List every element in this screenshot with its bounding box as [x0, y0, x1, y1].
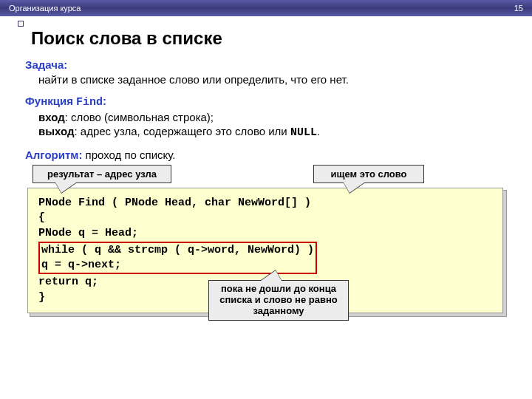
slide-content: Поиск слова в списке Задача: найти в спи… — [0, 16, 532, 317]
algo-label: Алгоритм: — [25, 149, 82, 161]
func-colon: : — [103, 95, 106, 107]
code-line: while ( q && strcmp ( q->word, NewWord) … — [41, 244, 314, 256]
function-block: Функция Find: вход: слово (символьная ст… — [25, 94, 507, 140]
input-text: : слово (символьная строка); — [65, 111, 214, 123]
header-bar: Организация курса 15 — [0, 0, 532, 16]
task-block: Задача: найти в списке заданное слово ил… — [25, 58, 507, 86]
input-label: вход — [38, 111, 65, 123]
task-text: найти в списке заданное слово или опреде… — [25, 72, 507, 87]
page-title: Поиск слова в списке — [31, 28, 507, 49]
highlight-box: while ( q && strcmp ( q->word, NewWord) … — [38, 242, 317, 275]
code-line: PNode q = Head; — [38, 226, 492, 241]
func-label: Функция — [25, 95, 76, 107]
code-line: q = q->next; — [41, 259, 121, 271]
breadcrumb: Организация курса — [9, 4, 81, 13]
output-text: : адрес узла, содержащего это слово или — [75, 125, 290, 137]
slide-bullet-icon — [18, 21, 24, 27]
algo-text: проход по списку. — [82, 149, 175, 161]
algo-block: Алгоритм: проход по списку. — [25, 148, 507, 163]
output-label: выход — [38, 125, 75, 137]
code-line: PNode Find ( PNode Head, char NewWord[] … — [38, 196, 492, 211]
callout-while: пока не дошли до конца списка и слово не… — [208, 280, 349, 321]
null-literal: NULL — [290, 126, 317, 139]
task-label: Задача: — [25, 58, 67, 71]
callout-result: результат – адрес узла — [33, 165, 171, 183]
callout-search: ищем это слово — [313, 165, 424, 183]
page-number: 15 — [514, 4, 523, 13]
output-dot: . — [317, 125, 320, 137]
code-line: { — [38, 211, 492, 225]
func-output: выход: адрес узла, содержащего это слово… — [25, 124, 507, 140]
func-input: вход: слово (символьная строка); — [25, 110, 507, 125]
code-area: результат – адрес узла ищем это слово PN… — [25, 190, 507, 317]
func-name: Find — [76, 96, 103, 109]
